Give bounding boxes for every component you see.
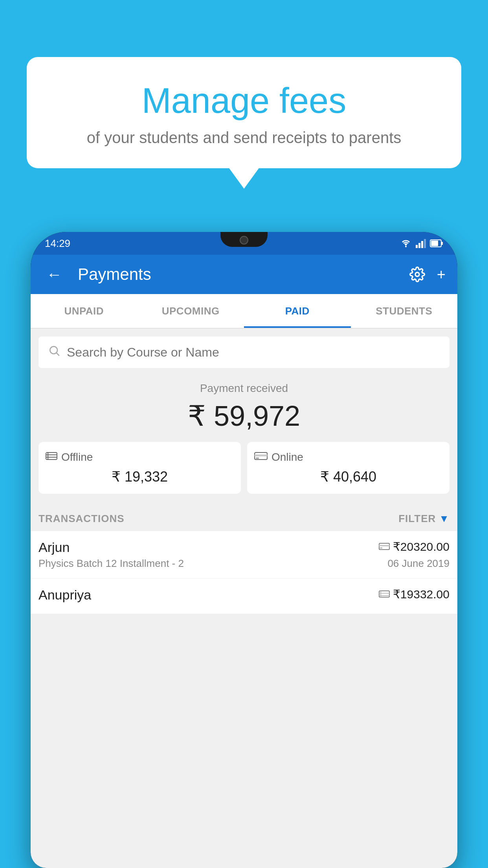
search-icon	[48, 344, 61, 360]
battery-icon	[430, 239, 443, 248]
transaction-list: Arjun ₹20320.00 Physics Batch 12 Install…	[31, 531, 457, 614]
transaction-date: 06 June 2019	[387, 557, 449, 570]
search-input[interactable]	[67, 345, 440, 360]
speech-bubble-title: Manage fees	[46, 81, 442, 121]
wifi-icon	[400, 239, 412, 248]
svg-rect-12	[48, 452, 48, 460]
transaction-sub: Physics Batch 12 Installment - 2 06 June…	[39, 557, 449, 570]
payment-type-icon	[379, 590, 390, 599]
svg-rect-22	[380, 591, 381, 597]
add-button[interactable]: +	[437, 266, 446, 283]
svg-rect-2	[421, 241, 423, 248]
page-title: Payments	[78, 265, 402, 284]
svg-rect-17	[379, 545, 389, 546]
online-card-header: Online	[254, 451, 442, 464]
tab-unpaid[interactable]: UNPAID	[31, 294, 138, 328]
transaction-amount-value: ₹19332.00	[393, 587, 449, 601]
app-bar: ← Payments +	[31, 255, 457, 294]
payment-received-label: Payment received	[39, 382, 449, 395]
offline-card-header: Offline	[46, 451, 234, 464]
tab-bar: UNPAID UPCOMING PAID STUDENTS	[31, 294, 457, 329]
online-amount: ₹ 40,640	[254, 469, 442, 485]
online-label: Online	[272, 451, 303, 463]
svg-rect-0	[416, 245, 418, 248]
filter-button[interactable]: FILTER ▼	[398, 513, 449, 525]
svg-rect-6	[442, 242, 443, 245]
transaction-amount: ₹19332.00	[379, 587, 449, 601]
app-bar-actions: +	[409, 266, 446, 283]
online-icon	[254, 451, 268, 464]
tab-paid[interactable]: PAID	[244, 294, 351, 328]
transaction-course: Physics Batch 12 Installment - 2	[39, 557, 184, 570]
transaction-name: Arjun	[39, 540, 70, 555]
payment-type-icon	[379, 542, 390, 551]
transaction-item[interactable]: Anupriya ₹19332.00	[31, 579, 457, 614]
status-bar: 14:29	[31, 232, 457, 255]
filter-label: FILTER	[398, 513, 436, 525]
speech-bubble: Manage fees of your students and send re…	[27, 57, 461, 168]
screen-content: Payment received ₹ 59,972	[31, 329, 457, 868]
status-bar-time: 14:29	[45, 237, 70, 250]
transaction-item[interactable]: Arjun ₹20320.00 Physics Batch 12 Install…	[31, 531, 457, 579]
tab-upcoming[interactable]: UPCOMING	[138, 294, 244, 328]
phone-frame: 14:29 ← Payment	[31, 232, 457, 868]
transaction-row: Arjun ₹20320.00	[39, 540, 449, 555]
payment-total-amount: ₹ 59,972	[39, 399, 449, 432]
svg-line-8	[57, 353, 59, 355]
status-bar-icons	[400, 239, 443, 248]
settings-icon[interactable]	[409, 267, 425, 282]
transaction-row: Anupriya ₹19332.00	[39, 587, 449, 603]
transactions-label: TRANSACTIONS	[39, 513, 125, 525]
svg-rect-14	[255, 454, 267, 456]
transactions-header: TRANSACTIONS FILTER ▼	[31, 503, 457, 531]
tab-students[interactable]: STUDENTS	[351, 294, 458, 328]
signal-icon	[416, 239, 426, 248]
svg-rect-3	[424, 239, 426, 248]
filter-icon: ▼	[439, 513, 449, 525]
back-button[interactable]: ←	[42, 266, 66, 283]
search-bar[interactable]	[39, 337, 449, 368]
speech-bubble-subtitle: of your students and send receipts to pa…	[46, 129, 442, 147]
online-payment-card: Online ₹ 40,640	[247, 442, 449, 494]
offline-amount: ₹ 19,332	[46, 469, 234, 485]
svg-rect-15	[256, 458, 259, 459]
offline-label: Offline	[61, 451, 93, 463]
payment-summary: Payment received ₹ 59,972	[31, 368, 457, 503]
transaction-name: Anupriya	[39, 587, 91, 603]
notch	[220, 232, 268, 247]
svg-rect-5	[431, 241, 438, 246]
offline-payment-card: Offline ₹ 19,332	[39, 442, 241, 494]
svg-rect-18	[380, 548, 382, 548]
transaction-amount-value: ₹20320.00	[393, 540, 449, 554]
payment-cards: Offline ₹ 19,332	[39, 442, 449, 494]
offline-icon	[46, 451, 57, 464]
front-camera	[240, 236, 248, 245]
transaction-amount: ₹20320.00	[379, 540, 449, 554]
svg-rect-1	[418, 243, 420, 248]
